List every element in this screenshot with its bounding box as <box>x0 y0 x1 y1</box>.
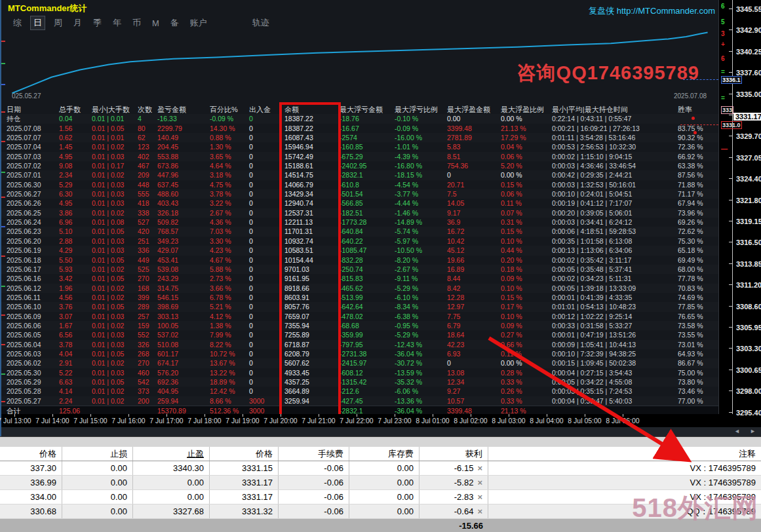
price-tick-mark <box>729 72 732 73</box>
toolbar-item-季[interactable]: 季 <box>90 16 104 29</box>
table-row[interactable]: 2025.05.284.140.01 | 0.02373404.9512.42 … <box>1 387 718 396</box>
order-value: 3340.30 <box>173 463 204 473</box>
app-title: MTCommander统计 <box>8 3 87 14</box>
close-order-icon[interactable]: × <box>477 492 482 502</box>
toolbar-item-月[interactable]: 月 <box>71 16 85 29</box>
table-row[interactable]: 2025.06.121.960.01 | 0.02168314.753.66 %… <box>1 284 718 293</box>
table-cell: 429.07 <box>157 246 210 255</box>
close-order-icon[interactable]: × <box>477 463 482 473</box>
trade-tick-marker <box>1 141 5 142</box>
table-cell: 349.23 <box>157 237 210 246</box>
time-tick-label: 8 Jul 05:00 <box>568 417 601 425</box>
orders-column-header-3[interactable]: 价格 <box>210 447 279 461</box>
table-cell: 2025.06.27 <box>1 189 59 199</box>
table-row[interactable]: 2025.07.029.080.01 | 0.17467673.864.64 %… <box>1 161 718 170</box>
table-row[interactable]: 2025.05.272.240.01 | 0.02200259.948.66 %… <box>1 396 718 406</box>
table-cell: -815.83 <box>340 274 395 283</box>
toolbar-item-M[interactable]: M <box>149 18 162 29</box>
orders-column-header-0[interactable]: 价格 <box>0 447 62 461</box>
table-row[interactable]: 2025.06.103.760.01 | 0.05289398.695.21 %… <box>1 302 718 311</box>
table-row[interactable]: 2025.05.305.220.01 | 0.03460576.2013.22 … <box>1 368 718 377</box>
table-row[interactable]: 2025.06.246.960.01 | 0.08527509.824.36 %… <box>1 218 718 227</box>
summary-cell <box>279 519 349 532</box>
order-row[interactable]: 337.300.003340.303331.15-0.060.00-6.15×V… <box>0 461 761 476</box>
table-row[interactable]: 2025.06.061.670.01 | 0.02159100.051.38 %… <box>1 321 718 330</box>
table-row[interactable]: 2025.06.056.560.01 | 0.03552537.027.99 %… <box>1 330 718 339</box>
table-cell: -13.59 % <box>395 368 447 377</box>
table-cell: 0.01 | 0.17 <box>92 161 138 170</box>
table-row[interactable]: 2025.07.034.950.01 | 0.03402553.883.65 %… <box>1 152 718 161</box>
table-row[interactable]: 2025.06.034.040.01 | 0.05268601.1710.72 … <box>1 349 718 358</box>
table-cell: 3259.94 <box>284 396 340 406</box>
table-row[interactable]: 2025.06.163.420.01 | 0.05270243.292.73 %… <box>1 274 718 283</box>
table-row[interactable]: 2025.06.175.930.01 | 0.02525539.085.88 %… <box>1 265 718 274</box>
table-row[interactable]: 2025.05.296.630.01 | 0.05542692.3618.89 … <box>1 377 718 387</box>
table-cell: 0:00:04 | 0:27:15 | 3:54:43 <box>552 368 678 377</box>
table-row[interactable]: 2025.07.070.620.01 | 0.0162140.490.88 %0… <box>1 133 718 142</box>
time-axis[interactable]: 7 Jul 13:007 Jul 14:007 Jul 15:007 Jul 1… <box>1 414 761 427</box>
table-row[interactable]: 2025.06.093.070.01 | 0.03257303.134.12 %… <box>1 312 718 321</box>
panel-splitter[interactable] <box>0 436 761 447</box>
horizontal-scrollbar[interactable]: ◄ ► <box>1 427 761 436</box>
table-row[interactable]: 2025.07.081.560.01 | 0.05802299.7914.30 … <box>1 124 718 133</box>
table-cell: -797.95 <box>340 340 395 349</box>
table-row[interactable]: 2025.06.185.500.01 | 0.05449453.414.67 %… <box>1 256 718 265</box>
table-row[interactable]: 2025.06.043.780.01 | 0.03326510.088.22 %… <box>1 340 718 349</box>
table-cell: 673.86 <box>157 161 210 170</box>
toolbar-item-年[interactable]: 年 <box>110 16 124 29</box>
table-cell: 8918.66 <box>284 284 340 293</box>
table-row[interactable]: 2025.07.012.340.01 | 0.02209447.963.18 %… <box>1 170 718 180</box>
table-cell: 2.73 % <box>210 274 249 283</box>
close-order-icon[interactable]: × <box>477 506 482 516</box>
summary-cell <box>133 519 210 532</box>
table-row[interactable]: 2025.06.194.290.01 | 0.03336429.074.23 %… <box>1 246 718 255</box>
site-link[interactable]: 复盘侠 http://MTCommander.com <box>589 5 715 17</box>
table-row[interactable]: 2025.06.022.910.01 | 0.02270674.1713.67 … <box>1 358 718 368</box>
table-row[interactable]: 2025.06.264.950.01 | 0.03418403.433.22 %… <box>1 199 718 208</box>
toolbar-item-币[interactable]: 币 <box>130 16 144 29</box>
table-row[interactable]: 持仓0.040.01 | 0.014-16.33-0.09 %018387.22… <box>1 114 718 123</box>
table-cell: 4.95 <box>59 152 92 161</box>
toolbar-item-综[interactable]: 综 <box>10 16 24 29</box>
trade-tick-marker <box>1 286 5 287</box>
orders-column-header-6[interactable]: 获利 <box>420 447 488 461</box>
table-cell: -5.29 % <box>395 330 447 339</box>
orders-column-header-1[interactable]: 止损 <box>62 447 133 461</box>
table-cell: 63.38 % <box>678 161 718 170</box>
toolbar-item-轨迹[interactable]: 轨迹 <box>250 16 272 29</box>
table-row[interactable]: 2025.06.305.290.01 | 0.03448637.454.75 %… <box>1 180 718 189</box>
table-cell: 398.69 <box>157 302 210 311</box>
table-cell: 73.55 % <box>678 330 718 339</box>
table-cell: 0 <box>249 152 284 161</box>
table-cell: 0:00:06 | 4:18:51 | 59:28:53 <box>552 227 678 236</box>
orders-column-header-5[interactable]: 库存费 <box>349 447 420 461</box>
table-row[interactable]: 2025.06.114.560.01 | 0.02399546.156.78 %… <box>1 293 718 302</box>
close-order-icon[interactable]: × <box>477 478 482 487</box>
toolbar-item-账户[interactable]: 账户 <box>187 16 210 29</box>
toolbar-item-日[interactable]: 日 <box>30 16 45 30</box>
scroll-left-icon[interactable]: ◄ <box>734 428 740 434</box>
table-cell: 527 <box>138 218 157 227</box>
orders-column-header-7[interactable]: 注释 <box>488 447 761 461</box>
order-row[interactable]: 336.990.000.003331.17-0.060.00-5.82×VX :… <box>0 476 761 490</box>
orders-column-header-2[interactable]: 止盈 <box>133 447 210 461</box>
table-row[interactable]: 2025.06.202.880.01 | 0.03251349.233.30 %… <box>1 237 718 246</box>
scroll-right-icon[interactable]: ► <box>750 428 756 434</box>
orders-column-header-4[interactable]: 手续费 <box>279 447 349 461</box>
table-cell: 404.95 <box>157 387 210 396</box>
table-cell: 0:00:03 | 0:34:41 | 6:24:12 <box>552 218 678 227</box>
toolbar-item-周[interactable]: 周 <box>51 16 65 29</box>
table-row[interactable]: 2025.06.235.100.01 | 0.05420768.577.03 %… <box>1 227 718 236</box>
table-row[interactable]: 2025.07.041.450.01 | 0.02123204.451.30 %… <box>1 142 718 151</box>
table-cell: 0.09 % <box>501 274 552 283</box>
table-row[interactable]: 2025.06.253.860.01 | 0.02338326.182.67 %… <box>1 208 718 218</box>
toolbar-item-备[interactable]: 备 <box>168 16 182 29</box>
order-cell: -2.83× <box>420 490 488 504</box>
table-cell: 6.79 <box>447 321 501 330</box>
table-cell: 0 <box>249 284 284 293</box>
order-value: 0.00 <box>187 478 204 487</box>
table-cell: 449 <box>138 256 157 265</box>
time-tick-label: 7 Jul 23:00 <box>378 417 411 425</box>
table-row[interactable]: 2025.06.276.300.01 | 0.03555488.603.78 %… <box>1 189 718 199</box>
table-cell: 0.00 % <box>501 358 552 368</box>
